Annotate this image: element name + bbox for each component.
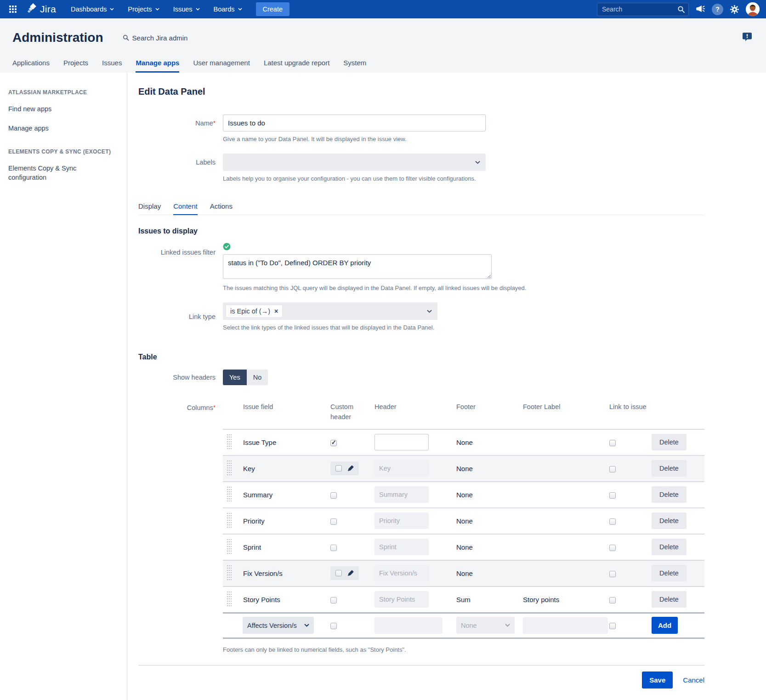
remove-link-type-icon[interactable]: × xyxy=(274,308,278,314)
search-input[interactable] xyxy=(597,3,689,16)
nav-issues-label: Issues xyxy=(173,6,193,13)
header-text-input xyxy=(374,486,429,503)
link-type-select[interactable]: is Epic of (→) × xyxy=(223,302,437,320)
add-button[interactable]: Add xyxy=(652,617,678,634)
row-field-name: Key xyxy=(243,465,330,472)
delete-button[interactable]: Delete xyxy=(652,539,687,555)
row-field-name: Priority xyxy=(243,517,330,525)
row-field-name: Fix Version/s xyxy=(243,569,330,577)
search-jira-admin[interactable]: Search Jira admin xyxy=(123,34,188,42)
help-icon[interactable]: ? xyxy=(712,4,723,15)
new-footer-label-input[interactable] xyxy=(523,617,608,634)
link-to-issue-checkbox[interactable] xyxy=(609,492,616,499)
link-type-label: Link type xyxy=(138,313,223,320)
drag-handle-icon[interactable] xyxy=(223,486,243,504)
link-to-issue-checkbox[interactable] xyxy=(609,466,616,472)
drag-handle-icon[interactable] xyxy=(223,564,243,582)
labels-help-text: Labels help you to organise your configu… xyxy=(223,175,704,182)
custom-header-edit-group xyxy=(330,461,359,475)
drag-handle-icon[interactable] xyxy=(223,460,243,478)
link-to-issue-checkbox[interactable] xyxy=(609,440,616,446)
custom-header-checkbox[interactable] xyxy=(330,492,337,499)
tab-manage-apps[interactable]: Manage apps xyxy=(136,59,179,73)
link-to-issue-checkbox[interactable] xyxy=(609,597,616,603)
save-button[interactable]: Save xyxy=(642,672,673,689)
user-avatar[interactable] xyxy=(746,2,760,16)
delete-button[interactable]: Delete xyxy=(652,460,687,477)
header-text-input xyxy=(374,539,429,555)
sidebar-section-marketplace: ATLASSIAN MARKETPLACE xyxy=(8,89,120,96)
drag-handle-icon[interactable] xyxy=(223,512,243,530)
delete-button[interactable]: Delete xyxy=(652,434,687,450)
tab-projects[interactable]: Projects xyxy=(63,59,88,73)
custom-header-checkbox[interactable] xyxy=(330,623,337,629)
top-navbar: Jira Dashboards Projects Issues Boards C… xyxy=(0,0,766,18)
link-to-issue-checkbox[interactable] xyxy=(609,571,616,577)
tab-system[interactable]: System xyxy=(343,59,366,73)
link-to-issue-checkbox[interactable] xyxy=(609,623,616,629)
delete-button[interactable]: Delete xyxy=(652,565,687,581)
nav-dashboards[interactable]: Dashboards xyxy=(65,3,119,16)
filter-help-text: The issues matching this JQL query will … xyxy=(223,285,704,291)
footer-select[interactable]: None xyxy=(456,617,515,634)
tab-user-management[interactable]: User management xyxy=(193,59,250,73)
nav-boards-label: Boards xyxy=(214,6,235,13)
footer-select-value: None xyxy=(461,622,477,629)
row-footer-value: Sum xyxy=(456,596,523,603)
delete-button[interactable]: Delete xyxy=(652,512,687,529)
custom-header-checkbox[interactable] xyxy=(330,518,337,525)
tab-latest-upgrade-report[interactable]: Latest upgrade report xyxy=(264,59,329,73)
sidebar-item-manage-apps[interactable]: Manage apps xyxy=(8,124,120,133)
link-to-issue-checkbox[interactable] xyxy=(609,518,616,525)
feedback-icon[interactable] xyxy=(742,32,752,43)
show-headers-yes-button[interactable]: Yes xyxy=(223,370,247,385)
gear-icon[interactable] xyxy=(730,5,739,14)
custom-header-checkbox[interactable] xyxy=(335,465,342,472)
edit-pencil-icon[interactable] xyxy=(347,465,354,472)
sidebar-item-find-new-apps[interactable]: Find new apps xyxy=(8,105,120,114)
drag-handle-icon[interactable] xyxy=(223,538,243,556)
custom-header-checkbox[interactable] xyxy=(330,597,337,603)
nav-projects[interactable]: Projects xyxy=(122,3,165,16)
name-input[interactable] xyxy=(223,114,486,131)
tab-applications[interactable]: Applications xyxy=(12,59,50,73)
custom-header-checkbox[interactable] xyxy=(335,570,342,576)
tab-content[interactable]: Content xyxy=(173,202,198,215)
col-header-footer: Footer xyxy=(456,402,523,412)
sidebar-item-elements-configuration[interactable]: Elements Copy & Sync configuration xyxy=(8,164,93,182)
drag-handle-icon[interactable] xyxy=(223,433,243,451)
tab-display[interactable]: Display xyxy=(138,202,161,215)
show-headers-no-button[interactable]: No xyxy=(247,370,268,385)
app-switcher-icon[interactable] xyxy=(6,3,19,16)
header-text-input[interactable] xyxy=(374,434,429,450)
create-button[interactable]: Create xyxy=(256,2,290,16)
jql-filter-textarea[interactable]: status in ("To Do", Defined) ORDER BY pr… xyxy=(223,254,492,279)
link-type-help-text: Select the link types of the linked issu… xyxy=(223,324,704,331)
new-header-input[interactable] xyxy=(374,617,443,634)
chevron-down-icon xyxy=(304,624,309,627)
chevron-down-icon xyxy=(155,8,159,11)
tab-issues[interactable]: Issues xyxy=(102,59,122,73)
chevron-down-icon xyxy=(427,310,432,313)
table-row-sprint: Sprint None Delete xyxy=(223,534,704,560)
tab-actions[interactable]: Actions xyxy=(210,202,233,215)
name-label: Name* xyxy=(138,120,223,127)
issues-to-display-heading: Issues to display xyxy=(138,227,704,235)
labels-select[interactable] xyxy=(223,154,486,171)
row-field-name: Issue Type xyxy=(243,438,330,446)
nav-boards[interactable]: Boards xyxy=(208,3,248,16)
delete-button[interactable]: Delete xyxy=(652,486,687,503)
delete-button[interactable]: Delete xyxy=(652,591,687,608)
search-icon[interactable] xyxy=(677,6,685,15)
jira-logo[interactable]: Jira xyxy=(27,3,56,16)
link-to-issue-checkbox[interactable] xyxy=(609,545,616,551)
issue-field-select[interactable]: Affects Version/s xyxy=(243,617,314,634)
edit-pencil-icon[interactable] xyxy=(347,570,354,576)
cancel-link[interactable]: Cancel xyxy=(683,676,704,684)
nav-issues[interactable]: Issues xyxy=(168,3,205,16)
row-footer-value: None xyxy=(456,517,523,525)
drag-handle-icon[interactable] xyxy=(223,591,243,609)
announcements-icon[interactable] xyxy=(695,5,705,14)
custom-header-checkbox[interactable] xyxy=(330,440,337,446)
custom-header-checkbox[interactable] xyxy=(330,545,337,551)
